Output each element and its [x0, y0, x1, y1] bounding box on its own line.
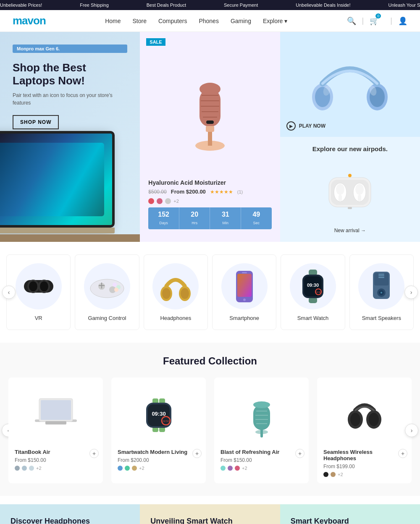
new-arrival-label: New arrival →: [334, 228, 366, 233]
category-name: VR: [35, 315, 42, 321]
hero-center: SALE: [140, 32, 280, 242]
nav-anchor-store[interactable]: Store: [132, 18, 146, 24]
banner-keyboard: Smart Keyboard The Best Website in the w…: [280, 504, 420, 524]
svg-point-41: [162, 288, 171, 299]
product-image-3: [323, 386, 405, 445]
logo[interactable]: mavon: [13, 14, 46, 27]
nav-anchor-home[interactable]: Home: [105, 18, 121, 24]
category-name: Gaming Control: [88, 315, 126, 321]
svg-point-3: [200, 83, 220, 95]
hero-title: Shop the Best Laptops Now!: [13, 61, 127, 87]
svg-rect-24: [358, 195, 361, 202]
category-card-smart-speakers[interactable]: Smart Speakers: [349, 254, 414, 330]
play-now-label: PLAY NOW: [299, 123, 326, 129]
headphones-hero-image: [308, 51, 392, 118]
category-section: ‹ VR Gaming Control Headphones Smartphon…: [0, 242, 420, 343]
laptop-visual: [0, 131, 140, 242]
user-icon[interactable]: 👤: [398, 16, 407, 26]
countdown-timer: 152 Days 20 Hrs 31 Min 49 Sec: [148, 207, 271, 229]
product-card-1[interactable]: 09:3002:50 + Smartwatch Modern Living Fr…: [111, 377, 206, 483]
product-color-dot-1[interactable]: [22, 466, 27, 471]
nav-link-home[interactable]: Home: [105, 18, 121, 24]
cart-icon[interactable]: 🛒0: [370, 16, 384, 26]
svg-point-88: [369, 413, 379, 426]
color-dot-pink[interactable]: [157, 198, 163, 204]
category-card-smartphone[interactable]: Smartphone: [212, 254, 276, 330]
logo-accent: on: [33, 14, 46, 27]
category-circle: [221, 263, 268, 309]
sale-badge: SALE: [146, 38, 165, 46]
ticker-item: Free Shipping: [80, 3, 109, 8]
category-card-gaming-control[interactable]: Gaming Control: [75, 254, 139, 330]
product-title-3: Seamless Wireless Headphones: [323, 449, 405, 461]
nav-anchor-computers[interactable]: Computers: [158, 18, 187, 24]
hero-right: ▶ PLAY NOW Explore our new airpods.: [280, 32, 420, 242]
new-arrival-link[interactable]: New arrival →: [334, 228, 366, 233]
product-colors-2: +2: [220, 466, 302, 471]
ticker-bar: Unbelievable Prices!Free ShippingBest De…: [0, 0, 420, 10]
product-image-0: [15, 386, 97, 445]
product-color-dot-2[interactable]: [132, 466, 137, 471]
color-dot-gray[interactable]: [165, 198, 171, 204]
nav-link-explore[interactable]: Explore ▾: [263, 18, 287, 24]
nav-anchor-phones[interactable]: Phones: [199, 18, 218, 24]
product-card-3[interactable]: + Seamless Wireless Headphones From $199…: [317, 377, 412, 483]
svg-rect-66: [41, 400, 71, 420]
product-more-colors-3: +2: [338, 472, 343, 477]
svg-text:02:50: 02:50: [316, 291, 321, 293]
svg-rect-67: [45, 421, 66, 424]
shop-now-button[interactable]: SHOP NOW: [13, 115, 59, 129]
product-color-dot-1[interactable]: [228, 466, 233, 471]
nav-link-store[interactable]: Store: [132, 18, 146, 24]
ticker-item: Secure Payment: [224, 3, 258, 8]
more-colors-label: +2: [173, 199, 179, 204]
sec-value: 49: [243, 211, 270, 218]
product-color-dot-0[interactable]: [220, 466, 226, 471]
product-color-dot-0[interactable]: [15, 466, 20, 471]
countdown-min: 31 Min: [210, 207, 241, 229]
add-to-cart-button-0[interactable]: +: [89, 449, 99, 458]
nav-link-phones[interactable]: Phones: [199, 18, 218, 24]
svg-rect-22: [339, 195, 342, 202]
product-color-dot-1[interactable]: [331, 472, 336, 477]
svg-rect-57: [374, 273, 388, 286]
category-scroll-right-button[interactable]: ›: [404, 286, 418, 299]
nav-anchor-explore[interactable]: Explore ▾: [263, 18, 287, 24]
product-color-dot-2[interactable]: [29, 466, 34, 471]
product-color-dot-0[interactable]: [323, 472, 328, 477]
nav-anchor-gaming[interactable]: Gaming: [231, 18, 251, 24]
category-card-headphones[interactable]: Headphones: [144, 254, 208, 330]
category-card-smart-watch[interactable]: 09:3002:50 Smart Watch: [281, 254, 345, 330]
review-count: (1): [237, 189, 243, 194]
product-image-2: [220, 386, 302, 445]
category-circle: [84, 263, 130, 309]
sec-label: Sec: [253, 221, 260, 225]
price-row: $500.00 From $200.00 ★★★★★ (1): [148, 189, 271, 195]
product-price-0: From $150.00: [15, 457, 97, 463]
category-name: Smart Watch: [297, 315, 329, 321]
featured-section: Featured Collection ‹ + TitanBook Air Fr…: [0, 343, 420, 496]
product-card-0[interactable]: + TitanBook Air From $150.00 +2: [8, 377, 103, 483]
product-color-dot-0[interactable]: [118, 466, 123, 471]
add-to-cart-button-3[interactable]: +: [398, 449, 407, 458]
banner-keyboard-title: Smart Keyboard: [291, 517, 410, 524]
product-card-2[interactable]: + Blast of Refreshing Air From $150.00 +…: [214, 377, 309, 483]
featured-scroll-right-button[interactable]: ›: [405, 424, 418, 437]
category-scroll-left-button[interactable]: ‹: [2, 286, 16, 299]
add-to-cart-button-1[interactable]: +: [192, 449, 202, 458]
category-circle: [152, 263, 199, 309]
product-name: Hyaluronic Acid Moisturizer: [148, 179, 271, 186]
search-icon[interactable]: 🔍: [347, 16, 356, 26]
svg-point-80: [253, 401, 270, 408]
featured-grid: + TitanBook Air From $150.00 +2 09:3002:…: [8, 377, 412, 483]
add-to-cart-button-2[interactable]: +: [295, 449, 304, 458]
color-dot-red[interactable]: [148, 198, 154, 204]
product-color-dot-2[interactable]: [235, 466, 240, 471]
category-scroll: VR Gaming Control Headphones Smartphone …: [6, 254, 414, 330]
play-now-button[interactable]: ▶ PLAY NOW: [286, 121, 326, 131]
nav-link-computers[interactable]: Computers: [158, 18, 187, 24]
product-color-dot-1[interactable]: [125, 466, 130, 471]
nav-link-gaming[interactable]: Gaming: [231, 18, 251, 24]
category-card-vr[interactable]: VR: [6, 254, 71, 330]
ticker-item: Unleash Your Shopping Spree!: [388, 3, 420, 8]
